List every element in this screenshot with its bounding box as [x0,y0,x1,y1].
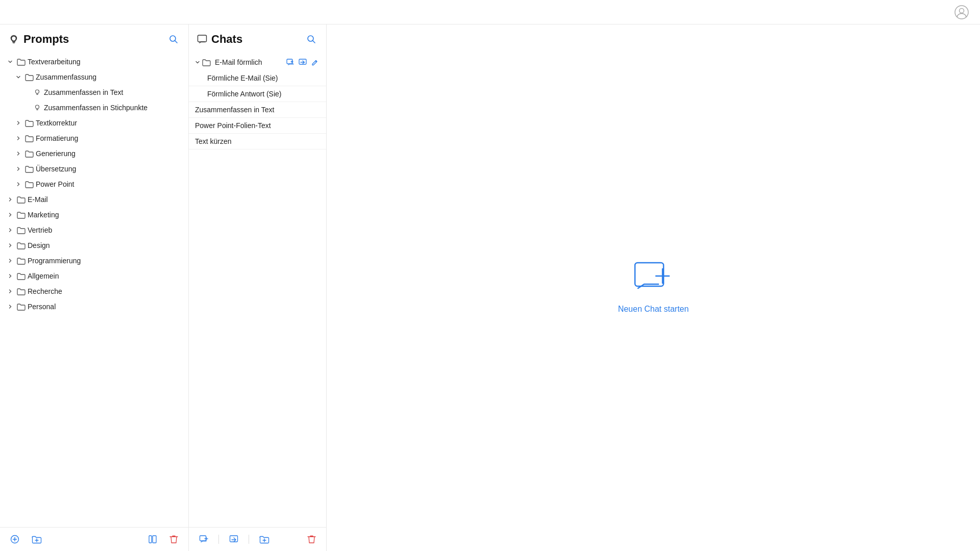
tree-item-powerpoint[interactable]: Power Point [0,177,188,192]
tree-item-vertrieb[interactable]: Vertrieb [0,222,188,238]
chevron-down-icon [14,73,22,81]
chat-item-powerpoint-folien[interactable]: Power Point-Folien-Text [189,118,326,134]
tree-item-formatierung[interactable]: Formatierung [0,131,188,146]
spacer [22,88,31,96]
bulb-icon [8,34,19,45]
import-to-folder-button[interactable] [298,57,308,67]
prompt-bulb-icon [33,88,42,97]
folder-icon [202,59,211,66]
folder-icon [16,226,26,235]
folder-icon [24,72,34,82]
folder-icon [16,256,26,265]
toolbar-separator [249,535,249,544]
new-chat-start-icon [633,262,674,298]
tree-item-zusammenfassen-text[interactable]: Zusammenfassen in Text [0,85,188,100]
tree-label-uebersetzung: Übersetzung [36,165,182,173]
chat-icon [197,34,207,44]
svg-line-4 [175,41,178,43]
tree-item-programmierung[interactable]: Programmierung [0,253,188,268]
tree-item-recherche[interactable]: Recherche [0,284,188,299]
top-bar [0,0,980,24]
svg-rect-24 [230,536,238,542]
chevron-right-icon [14,134,22,142]
folder-icon [24,164,34,173]
prompts-panel: Prompts Textverarbeitung [0,24,189,551]
prompts-toolbar [0,527,188,551]
new-chat-button[interactable] [197,533,210,546]
svg-rect-27 [635,263,664,286]
folder-icon [16,287,26,296]
prompts-header-left: Prompts [8,33,69,46]
chevron-right-icon [6,241,14,249]
tree-item-textverarbeitung[interactable]: Textverarbeitung [0,54,188,69]
tree-label-recherche: Recherche [28,287,182,295]
tree-item-allgemein[interactable]: Allgemein [0,268,188,284]
tree-label-zusammenfassen-text: Zusammenfassen in Text [44,88,182,96]
chat-folder-email-foermlich[interactable]: E-Mail förmlich [189,54,326,70]
chats-title: Chats [211,33,242,46]
main-content: Neuen Chat starten [327,24,980,551]
chevron-right-icon [14,119,22,127]
svg-rect-14 [198,35,207,42]
delete-prompt-button[interactable] [167,533,180,546]
chats-header-left: Chats [197,33,242,46]
library-button[interactable] [146,533,159,546]
new-chat-in-folder-button[interactable] [285,57,296,67]
new-folder-button[interactable] [257,533,272,546]
add-prompt-button[interactable] [8,533,21,546]
chevron-right-icon [6,303,14,311]
delete-chat-button[interactable] [305,533,318,546]
folder-icon [16,241,26,250]
import-chat-button[interactable] [227,533,240,546]
chevron-right-icon [6,272,14,280]
new-chat-start-label[interactable]: Neuen Chat starten [618,305,689,314]
folder-icon [16,210,26,219]
svg-line-16 [313,41,315,43]
chats-toolbar [189,527,326,551]
tree-label-programmierung: Programmierung [28,257,182,265]
chats-search-button[interactable] [305,33,318,46]
chevron-right-icon [6,287,14,295]
tree-label-textkorrektur: Textkorrektur [36,119,182,127]
tree-item-marketing[interactable]: Marketing [0,207,188,222]
user-avatar[interactable] [953,4,970,20]
folder-icon [16,302,26,311]
svg-rect-13 [153,536,156,543]
chats-tree: E-Mail förmlich [189,52,326,527]
tree-label-zusammenfassung: Zusammenfassung [36,73,182,81]
prompts-search-button[interactable] [167,33,180,46]
chat-folder-action-buttons [285,57,320,67]
chevron-right-icon [14,165,22,173]
chat-label-text-kuerzen: Text kürzen [195,137,232,145]
tree-label-personal: Personal [28,303,182,311]
chat-item-foermliche-antwort[interactable]: Förmliche Antwort (Sie) [189,86,326,102]
tree-label-email: E-Mail [28,195,182,204]
chevron-right-icon [6,211,14,219]
tree-item-textkorrektur[interactable]: Textkorrektur [0,115,188,131]
tree-item-design[interactable]: Design [0,238,188,253]
prompts-tree: Textverarbeitung Zusammenfassung Zusamme… [0,52,188,527]
svg-point-5 [36,90,39,93]
prompts-title: Prompts [23,33,69,46]
chats-header: Chats [189,24,326,52]
chat-item-zusammenfassen-text[interactable]: Zusammenfassen in Text [189,102,326,118]
tree-item-uebersetzung[interactable]: Übersetzung [0,161,188,177]
edit-folder-button[interactable] [310,57,320,67]
folder-icon [16,195,26,204]
tree-item-generierung[interactable]: Generierung [0,146,188,161]
toolbar-separator [218,535,219,544]
add-folder-button[interactable] [30,533,44,546]
chevron-down-icon [195,60,200,65]
tree-label-generierung: Generierung [36,149,182,158]
tree-label-marketing: Marketing [28,211,182,219]
tree-item-email[interactable]: E-Mail [0,192,188,207]
chevron-right-icon [14,149,22,158]
chevron-right-icon [6,226,14,234]
chat-item-foermliche-email[interactable]: Förmliche E-Mail (Sie) [189,70,326,86]
tree-label-vertrieb: Vertrieb [28,226,182,234]
main-layout: Prompts Textverarbeitung [0,24,980,551]
tree-item-personal[interactable]: Personal [0,299,188,314]
chat-item-text-kuerzen[interactable]: Text kürzen [189,134,326,149]
tree-item-zusammenfassung[interactable]: Zusammenfassung [0,69,188,85]
tree-item-zusammenfassen-stichpunkte[interactable]: Zusammenfassen in Stichpunkte [0,100,188,115]
